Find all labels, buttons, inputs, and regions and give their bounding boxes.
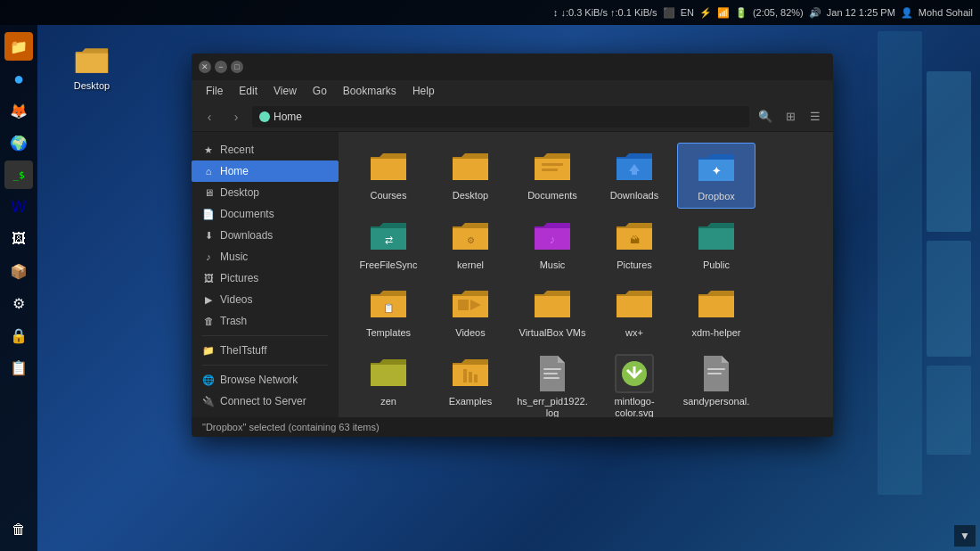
status-text: "Dropbox" selected (containing 63 items): [202, 422, 380, 432]
dock-clipboard[interactable]: 📋: [4, 353, 33, 382]
file-icon-mintlogo: [613, 354, 656, 393]
file-item-courses[interactable]: Courses: [349, 143, 428, 209]
folder-icon-wx: [613, 285, 656, 325]
file-item-mintlogo[interactable]: mintlogo-color.svg: [595, 349, 674, 417]
file-item-dropbox[interactable]: ✦ Dropbox: [677, 143, 755, 209]
svg-text:♪: ♪: [550, 233, 556, 246]
menu-view[interactable]: View: [266, 83, 304, 99]
menu-edit[interactable]: Edit: [232, 83, 265, 99]
maximize-button[interactable]: □: [231, 61, 243, 73]
file-name-music: Music: [540, 259, 566, 271]
file-item-sandy[interactable]: sandypersonal.: [677, 349, 755, 417]
file-item-public[interactable]: Public: [677, 212, 755, 276]
file-item-templates[interactable]: 📋 Templates: [349, 280, 428, 344]
dock-writer[interactable]: W: [4, 193, 33, 221]
menu-go[interactable]: Go: [306, 83, 334, 99]
file-item-examples[interactable]: Examples: [431, 349, 510, 417]
dock-firefox[interactable]: 🦊: [4, 96, 33, 125]
file-item-pictures[interactable]: 🏔 Pictures: [595, 212, 674, 276]
file-name-downloads: Downloads: [610, 190, 658, 201]
file-name-log: hs_err_pid1922.log: [517, 396, 588, 417]
file-name-wx: wx+: [625, 327, 643, 339]
menu-file[interactable]: File: [199, 83, 230, 99]
folder-icon-zen: [367, 354, 410, 393]
sidebar-label-browse-network: Browse Network: [220, 374, 298, 386]
dock-lock[interactable]: 🔒: [4, 321, 33, 350]
videos-icon: ▶: [202, 293, 215, 306]
close-button[interactable]: ✕: [199, 61, 211, 73]
sidebar-item-browse-network[interactable]: 🌐 Browse Network: [192, 369, 339, 391]
desktop-icon-label: Desktop: [74, 80, 110, 91]
svg-rect-14: [543, 368, 561, 370]
status-bar: "Dropbox" selected (containing 63 items): [192, 417, 833, 437]
back-button[interactable]: ‹: [199, 106, 220, 127]
file-item-xdm[interactable]: xdm-helper: [677, 280, 755, 344]
sidebar-item-music[interactable]: ♪ Music: [192, 246, 339, 267]
menu-help[interactable]: Help: [405, 83, 442, 99]
file-item-desktop[interactable]: Desktop: [431, 143, 510, 209]
right-panel-2: [927, 241, 971, 357]
folder-icon-desktop: [449, 148, 492, 187]
svg-rect-18: [707, 368, 725, 370]
dock-trash[interactable]: 🗑: [4, 515, 33, 544]
svg-rect-19: [707, 373, 722, 374]
sidebar-item-desktop[interactable]: 🖥 Desktop: [192, 182, 339, 203]
svg-text:🏔: 🏔: [630, 234, 640, 245]
file-item-downloads[interactable]: Downloads: [595, 143, 674, 209]
desktop-folder-icon[interactable]: Desktop: [61, 45, 123, 91]
svg-rect-11: [463, 369, 467, 382]
dock-settings[interactable]: ⚙: [4, 289, 33, 317]
file-item-wx[interactable]: wx+: [595, 280, 674, 344]
sidebar-item-trash[interactable]: 🗑 Trash: [192, 310, 339, 332]
location-bar[interactable]: Home: [252, 106, 749, 127]
menu-bookmarks[interactable]: Bookmarks: [336, 83, 404, 99]
right-panel-1: [927, 71, 971, 232]
file-name-examples: Examples: [449, 396, 492, 407]
folder-icon-pictures: 🏔: [613, 218, 656, 257]
menu-bar: File Edit View Go Bookmarks Help: [192, 80, 833, 102]
sidebar-item-recent[interactable]: ★ Recent: [192, 139, 339, 160]
file-icon-log: [531, 354, 574, 393]
sidebar: ★ Recent ⌂ Home 🖥 Desktop 📄 Documents ⬇: [192, 132, 339, 417]
svg-rect-15: [543, 373, 558, 374]
sidebar-label-documents: Documents: [220, 208, 274, 220]
view-list-button[interactable]: ☰: [804, 106, 826, 127]
file-item-music[interactable]: ♪ Music: [513, 212, 592, 276]
dock-photos[interactable]: 🖼: [4, 225, 33, 253]
file-item-freefilesync[interactable]: ⇄ FreeFileSync: [349, 212, 428, 276]
file-item-zen[interactable]: zen: [349, 349, 428, 417]
sidebar-label-connect-server: Connect to Server: [220, 395, 306, 407]
sidebar-item-downloads[interactable]: ⬇ Downloads: [192, 225, 339, 246]
sidebar-divider-2: [202, 365, 328, 366]
dock-package[interactable]: 📦: [4, 257, 33, 285]
bluetooth-icon: ⚡: [699, 7, 712, 19]
scroll-down-arrow[interactable]: ▼: [954, 525, 976, 547]
sidebar-item-theitstuff[interactable]: 📁 TheITstuff: [192, 340, 339, 361]
file-item-documents[interactable]: Documents: [513, 143, 592, 209]
file-item-kernel[interactable]: ⚙ kernel: [431, 212, 510, 276]
svg-rect-1: [542, 169, 558, 171]
view-grid-button[interactable]: ⊞: [780, 106, 801, 127]
search-button[interactable]: 🔍: [755, 106, 776, 127]
file-item-virtualbox[interactable]: VirtualBox VMs: [513, 280, 592, 344]
file-name-sandy: sandypersonal.: [683, 396, 750, 407]
forward-button[interactable]: ›: [225, 106, 247, 127]
user-icon: 👤: [901, 7, 913, 19]
dock-browser[interactable]: 🌍: [4, 128, 33, 157]
sidebar-label-pictures: Pictures: [220, 272, 258, 284]
sidebar-item-connect-server[interactable]: 🔌 Connect to Server: [192, 391, 339, 412]
minimize-button[interactable]: −: [215, 61, 227, 73]
toolbar-right: 🔍 ⊞ ☰: [755, 106, 826, 127]
sidebar-item-videos[interactable]: ▶ Videos: [192, 289, 339, 310]
dock-app2[interactable]: ●: [4, 64, 33, 93]
sidebar-item-home[interactable]: ⌂ Home: [192, 160, 339, 182]
file-item-log[interactable]: hs_err_pid1922.log: [513, 349, 592, 417]
dock-files[interactable]: 📁: [4, 32, 33, 61]
file-name-public: Public: [703, 259, 730, 271]
folder-icon-xdm: [695, 285, 738, 325]
file-item-videos[interactable]: Videos: [431, 280, 510, 344]
folder-icon-examples: [449, 354, 492, 393]
dock-terminal[interactable]: _$: [4, 160, 33, 189]
sidebar-item-documents[interactable]: 📄 Documents: [192, 203, 339, 225]
sidebar-item-pictures[interactable]: 🖼 Pictures: [192, 267, 339, 289]
